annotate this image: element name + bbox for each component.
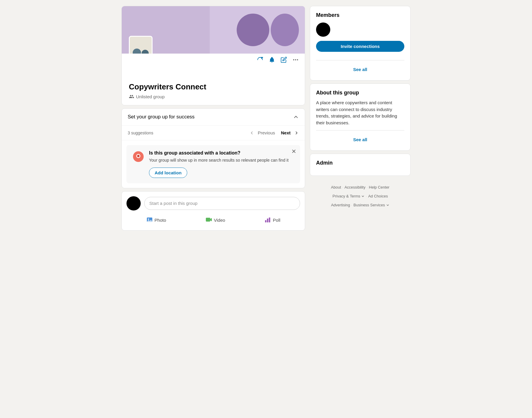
- chevron-up-icon: [293, 114, 299, 120]
- footer-row-3: Advertising · Business Services: [310, 201, 411, 209]
- header-actions-row: [122, 54, 305, 65]
- chevron-left-icon: [249, 131, 254, 135]
- members-see-all-button[interactable]: See all: [316, 65, 404, 74]
- footer: About · Accessibility · Help Center Priv…: [310, 179, 411, 213]
- group-title: Copywriters Connect: [129, 82, 298, 91]
- admin-title: Admin: [316, 160, 404, 166]
- close-suggestion-button[interactable]: [291, 149, 297, 155]
- share-icon[interactable]: [257, 57, 263, 65]
- avatar-inner: [130, 37, 152, 54]
- suggestions-count: 3 suggestions: [128, 131, 153, 135]
- suggestion-question: Is this group associated with a location…: [149, 150, 295, 156]
- video-button[interactable]: Video: [202, 215, 229, 226]
- privacy-terms-label: Privacy & Terms: [333, 192, 360, 200]
- banner-circle-small: [271, 14, 299, 46]
- footer-about[interactable]: About: [331, 184, 341, 191]
- svg-rect-15: [267, 218, 269, 222]
- setup-header[interactable]: Set your group up for success: [122, 109, 305, 126]
- about-card: About this group A place where copywrite…: [310, 83, 411, 151]
- post-composer: Start a post in this group: [126, 196, 300, 210]
- admin-card: Admin: [310, 154, 411, 176]
- svg-point-3: [297, 59, 298, 60]
- post-input[interactable]: Start a post in this group: [144, 197, 300, 210]
- about-see-all-button[interactable]: See all: [316, 135, 404, 144]
- member-avatar: [316, 22, 330, 37]
- invite-connections-button[interactable]: Invite connections: [316, 41, 404, 52]
- post-composer-card: Start a post in this group Photo: [121, 191, 305, 231]
- previous-button[interactable]: Previous: [255, 129, 277, 136]
- edit-icon[interactable]: [281, 57, 287, 65]
- avatar-circle-left: [133, 49, 141, 54]
- photo-button[interactable]: Photo: [143, 215, 170, 226]
- footer-row-1: About · Accessibility · Help Center: [310, 184, 411, 191]
- privacy-dropdown-icon: [361, 194, 365, 198]
- group-type-label: Unlisted group: [136, 94, 165, 99]
- suggestion-description: Your group will show up in more search r…: [149, 157, 295, 163]
- location-icon-wrap: [132, 150, 145, 165]
- user-avatar: [126, 196, 141, 210]
- location-pin-icon: [132, 151, 144, 165]
- setup-title: Set your group up for success: [128, 114, 195, 120]
- about-title: About this group: [316, 90, 404, 96]
- setup-card: Set your group up for success 3 suggesti…: [121, 108, 305, 188]
- svg-point-2: [295, 59, 296, 60]
- poll-label: Poll: [273, 218, 280, 223]
- about-divider: [316, 130, 404, 131]
- divider: [316, 60, 404, 60]
- business-services-dropdown-icon: [386, 203, 390, 207]
- avatar-circle-right: [142, 50, 149, 54]
- members-title: Members: [316, 12, 404, 18]
- svg-point-1: [293, 59, 294, 60]
- footer-advertising[interactable]: Advertising: [331, 201, 350, 209]
- more-options-icon[interactable]: [292, 57, 299, 65]
- add-location-button[interactable]: Add location: [149, 168, 187, 178]
- chevron-right-icon: [294, 131, 299, 135]
- group-type-icon: [129, 94, 134, 99]
- video-icon: [206, 216, 212, 224]
- svg-point-10: [148, 218, 149, 220]
- poll-icon: [265, 216, 271, 224]
- svg-marker-13: [210, 218, 212, 221]
- photo-icon: [146, 216, 153, 224]
- photo-label: Photo: [155, 218, 166, 223]
- banner-circle-large: [237, 14, 269, 46]
- svg-rect-12: [206, 218, 210, 221]
- footer-privacy-terms[interactable]: Privacy & Terms: [333, 192, 365, 200]
- group-header-card: Copywriters Connect Unlisted group: [121, 6, 305, 105]
- location-suggestion: Is this group associated with a location…: [126, 145, 300, 183]
- group-type: Unlisted group: [129, 94, 298, 99]
- group-avatar: [129, 36, 153, 54]
- members-card: Members Invite connections See all: [310, 6, 411, 81]
- group-banner: [122, 6, 305, 54]
- footer-ad-choices[interactable]: Ad Choices: [368, 192, 388, 200]
- svg-rect-14: [265, 220, 267, 222]
- footer-row-2: Privacy & Terms · Ad Choices: [310, 192, 411, 200]
- video-label: Video: [214, 218, 225, 223]
- next-button[interactable]: Next: [278, 129, 293, 136]
- setup-pagination: 3 suggestions Previous Next: [122, 126, 305, 140]
- post-actions: Photo Video: [126, 215, 300, 226]
- bell-icon[interactable]: [269, 57, 275, 65]
- footer-accessibility[interactable]: Accessibility: [344, 184, 366, 191]
- svg-rect-16: [269, 217, 270, 222]
- suggestion-content: Is this group associated with a location…: [132, 150, 295, 178]
- poll-button[interactable]: Poll: [261, 215, 284, 226]
- suggestion-text-wrap: Is this group associated with a location…: [149, 150, 295, 178]
- svg-point-8: [137, 155, 140, 157]
- pagination-controls: Previous Next: [249, 129, 299, 136]
- group-info: Copywriters Connect Unlisted group: [122, 65, 305, 105]
- business-services-label: Business Services: [353, 201, 385, 209]
- about-description: A place where copywriters and content wr…: [316, 99, 404, 126]
- footer-help-center[interactable]: Help Center: [369, 184, 389, 191]
- footer-business-services[interactable]: Business Services: [353, 201, 389, 209]
